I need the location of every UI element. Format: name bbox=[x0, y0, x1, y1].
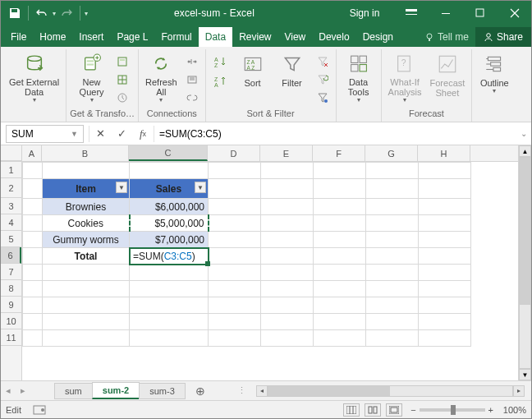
cell[interactable]: Total bbox=[43, 248, 130, 265]
tab-page-layout[interactable]: Page L bbox=[110, 27, 154, 47]
new-query-button[interactable]: New Query ▾ bbox=[73, 49, 111, 107]
minimize-button[interactable] bbox=[429, 1, 462, 25]
what-if-analysis-button[interactable]: ? What-If Analysis ▾ bbox=[385, 49, 425, 107]
col-header-c[interactable]: C bbox=[129, 145, 208, 161]
col-header-f[interactable]: F bbox=[313, 145, 365, 161]
filter-dropdown-icon[interactable]: ▼ bbox=[116, 182, 127, 193]
sheet-nav-next[interactable]: ▸ bbox=[16, 385, 30, 396]
row-header-11[interactable]: 11 bbox=[1, 329, 21, 346]
page-layout-view-button[interactable] bbox=[365, 403, 381, 417]
sheet-tab-sum-3[interactable]: sum-3 bbox=[139, 383, 186, 399]
sort-button[interactable]: Z AA Z Sort bbox=[234, 49, 272, 107]
edit-links-button[interactable] bbox=[182, 89, 202, 107]
normal-view-button[interactable] bbox=[343, 403, 360, 417]
formula-input[interactable] bbox=[154, 125, 516, 143]
zoom-out-button[interactable]: − bbox=[410, 405, 415, 415]
table-header-sales[interactable]: Sales ▼ bbox=[130, 179, 209, 199]
forecast-sheet-button[interactable]: Forecast Sheet bbox=[427, 49, 469, 107]
sign-in-link[interactable]: Sign in bbox=[336, 7, 393, 19]
zoom-slider[interactable] bbox=[420, 408, 485, 412]
undo-icon[interactable] bbox=[33, 4, 51, 22]
tab-insert[interactable]: Insert bbox=[72, 27, 110, 47]
row-header-1[interactable]: 1 bbox=[1, 162, 21, 178]
fill-handle[interactable] bbox=[205, 261, 210, 266]
spreadsheet-grid[interactable]: Item ▼ Sales ▼ bbox=[22, 162, 471, 347]
row-header-7[interactable]: 7 bbox=[1, 264, 21, 280]
tab-design[interactable]: Design bbox=[356, 27, 400, 47]
insert-function-button[interactable]: fx bbox=[132, 125, 154, 143]
col-header-e[interactable]: E bbox=[260, 145, 313, 161]
add-sheet-button[interactable]: ⊕ bbox=[190, 384, 210, 398]
maximize-button[interactable] bbox=[464, 1, 497, 25]
cell[interactable]: $7,000,000 bbox=[130, 232, 209, 248]
row-header-3[interactable]: 3 bbox=[1, 198, 21, 214]
outline-button[interactable]: Outline ▾ bbox=[475, 49, 513, 107]
cell[interactable]: Cookies bbox=[43, 215, 130, 232]
col-header-h[interactable]: H bbox=[418, 145, 470, 161]
scroll-thumb[interactable] bbox=[520, 158, 530, 305]
row-header-9[interactable]: 9 bbox=[1, 297, 21, 313]
row-header-6[interactable]: 6 bbox=[1, 247, 21, 264]
tab-home[interactable]: Home bbox=[33, 27, 72, 47]
tell-me-search[interactable]: Tell me bbox=[418, 27, 475, 47]
page-break-view-button[interactable] bbox=[386, 403, 402, 417]
sheet-tab-sum[interactable]: sum bbox=[54, 383, 93, 399]
expand-formula-bar-button[interactable]: ⌄ bbox=[516, 129, 531, 138]
row-header-2[interactable]: 2 bbox=[1, 178, 21, 198]
active-cell[interactable]: =SUM(C3:C5) bbox=[130, 248, 209, 265]
properties-button[interactable] bbox=[182, 71, 202, 89]
row-header-5[interactable]: 5 bbox=[1, 231, 21, 247]
scroll-down-icon[interactable]: ▼ bbox=[519, 369, 531, 380]
row-header-4[interactable]: 4 bbox=[1, 214, 21, 231]
tab-data[interactable]: Data bbox=[199, 27, 232, 47]
col-header-g[interactable]: G bbox=[365, 145, 418, 161]
horizontal-scrollbar[interactable]: ◂ ▸ bbox=[256, 385, 525, 397]
cell[interactable]: $6,000,000 bbox=[130, 199, 209, 215]
tab-view[interactable]: View bbox=[277, 27, 312, 47]
connections-button[interactable] bbox=[182, 53, 202, 71]
col-header-d[interactable]: D bbox=[208, 145, 260, 161]
cancel-formula-button[interactable]: ✕ bbox=[89, 125, 111, 143]
ribbon-options-icon[interactable] bbox=[395, 1, 428, 25]
sort-desc-button[interactable]: ZA bbox=[209, 72, 232, 90]
tab-formulas[interactable]: Formul bbox=[154, 27, 198, 47]
vertical-scrollbar[interactable]: ▲ ▼ bbox=[518, 145, 531, 380]
name-box[interactable]: SUM ▼ bbox=[6, 125, 84, 143]
filter-dropdown-icon[interactable]: ▼ bbox=[195, 182, 206, 193]
share-button[interactable]: Share bbox=[475, 27, 531, 47]
redo-icon[interactable] bbox=[57, 4, 76, 22]
tab-file[interactable]: File bbox=[4, 27, 33, 47]
refresh-all-button[interactable]: Refresh All ▾ bbox=[142, 49, 181, 107]
cell[interactable]: $5,000,000 bbox=[130, 215, 209, 232]
sheet-nav-prev[interactable]: ◂ bbox=[1, 385, 16, 396]
table-header-item[interactable]: Item ▼ bbox=[43, 179, 130, 199]
recent-sources-button[interactable] bbox=[112, 89, 132, 107]
sort-asc-button[interactable]: AZ bbox=[209, 53, 232, 71]
scroll-thumb[interactable] bbox=[268, 386, 391, 396]
reapply-button[interactable] bbox=[313, 71, 332, 89]
from-table-button[interactable] bbox=[112, 71, 132, 89]
sheet-tab-sum-2[interactable]: sum-2 bbox=[92, 382, 140, 399]
clear-filter-button[interactable] bbox=[313, 53, 332, 71]
tab-review[interactable]: Review bbox=[232, 27, 277, 47]
zoom-in-button[interactable]: + bbox=[488, 405, 493, 415]
data-tools-button[interactable]: Data Tools ▾ bbox=[340, 49, 378, 107]
col-header-b[interactable]: B bbox=[42, 145, 129, 161]
tab-developer[interactable]: Develo bbox=[312, 27, 355, 47]
select-all-corner[interactable] bbox=[1, 145, 22, 161]
advanced-filter-button[interactable] bbox=[313, 89, 332, 107]
scroll-up-icon[interactable]: ▲ bbox=[519, 145, 531, 157]
cell[interactable]: Brownies bbox=[43, 199, 130, 215]
get-external-data-button[interactable]: Get External Data ▾ bbox=[6, 49, 62, 107]
cell[interactable]: Gummy worms bbox=[43, 232, 130, 248]
row-header-8[interactable]: 8 bbox=[1, 280, 21, 297]
close-button[interactable] bbox=[498, 1, 531, 25]
macro-record-icon[interactable] bbox=[33, 405, 46, 415]
col-header-a[interactable]: A bbox=[22, 145, 42, 161]
scroll-left-icon[interactable]: ◂ bbox=[256, 385, 268, 397]
show-queries-button[interactable] bbox=[112, 53, 132, 71]
dropdown-icon[interactable]: ▼ bbox=[71, 130, 78, 138]
scroll-right-icon[interactable]: ▸ bbox=[513, 385, 525, 397]
filter-button[interactable]: Filter bbox=[273, 49, 311, 107]
row-header-10[interactable]: 10 bbox=[1, 313, 21, 329]
